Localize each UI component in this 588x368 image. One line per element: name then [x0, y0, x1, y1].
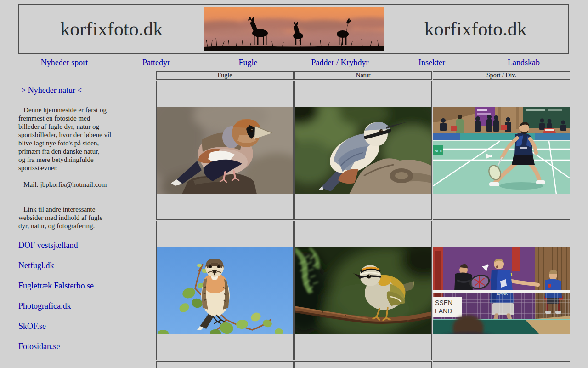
gallery-row-3 [156, 361, 570, 368]
svg-text:LAND: LAND [435, 307, 452, 315]
sidebar: > Nyheder natur < Denne hjemmeside er fø… [18, 86, 153, 368]
link-fotosidan[interactable]: Fotosidan.se [18, 342, 153, 351]
roe-deer-sunset-banner [204, 7, 384, 51]
site-title-right: korfixfoto.dk [384, 18, 568, 40]
gallery-header-row: Fugle Natur Sport / Div. [156, 71, 570, 80]
gallery-empty-cell [294, 361, 432, 368]
site-header: korfixfoto.dk [18, 4, 569, 54]
column-header-sport: Sport / Div. [433, 71, 570, 80]
main-nav: Nyheder sport Pattedyr Fugle Padder / Kr… [18, 58, 570, 68]
nav-nyheder-sport[interactable]: Nyheder sport [18, 58, 110, 68]
photo-badminton-player-defending[interactable]: NEX [433, 107, 570, 194]
gallery-row-2: BANK SSEN LAND [156, 221, 570, 360]
photo-badminton-player-net-shot[interactable]: BANK SSEN LAND [433, 247, 570, 334]
nav-fugle[interactable]: Fugle [202, 58, 294, 68]
link-dof-vestsjaelland[interactable]: DOF vestsjælland [18, 241, 153, 250]
photo-whinchat-on-twig[interactable] [157, 247, 293, 334]
photo-nuthatch-on-stump[interactable] [295, 107, 431, 194]
column-header-fugle: Fugle [156, 71, 294, 80]
links-intro-text: Link til andre interessante websider med… [18, 205, 153, 230]
intro-text: Denne hjemmeside er først og fremmest en… [18, 106, 153, 172]
gallery-empty-cell [156, 361, 294, 368]
link-netfugl[interactable]: Netfugl.dk [18, 261, 153, 270]
link-fugletraek-falsterbo[interactable]: Fugletræk Falsterbo.se [18, 281, 153, 291]
column-header-natur: Natur [294, 71, 432, 80]
photo-firecrest-on-branch[interactable] [295, 247, 431, 334]
nav-landskab[interactable]: Landskab [478, 58, 570, 68]
nav-insekter[interactable]: Insekter [386, 58, 478, 68]
svg-text:SSEN: SSEN [435, 299, 452, 306]
link-photografica[interactable]: Photografica.dk [18, 301, 153, 311]
site-title-left: korfixfoto.dk [19, 18, 204, 40]
gallery-row-1: NEX [156, 80, 570, 220]
gallery-empty-cell [433, 361, 570, 368]
mail-address: Mail: jbpkorfix@hotmail.com [18, 180, 153, 189]
svg-text:NEX: NEX [435, 149, 442, 153]
link-nyheder-natur[interactable]: > Nyheder natur < [18, 86, 153, 95]
photo-hawfinch-on-stump[interactable] [157, 107, 293, 194]
photo-gallery: Fugle Natur Sport / Div. [155, 70, 571, 368]
nav-padder-krybdyr[interactable]: Padder / Krybdyr [294, 58, 386, 68]
nav-pattedyr[interactable]: Pattedyr [110, 58, 202, 68]
link-skof[interactable]: SkOF.se [18, 322, 153, 331]
